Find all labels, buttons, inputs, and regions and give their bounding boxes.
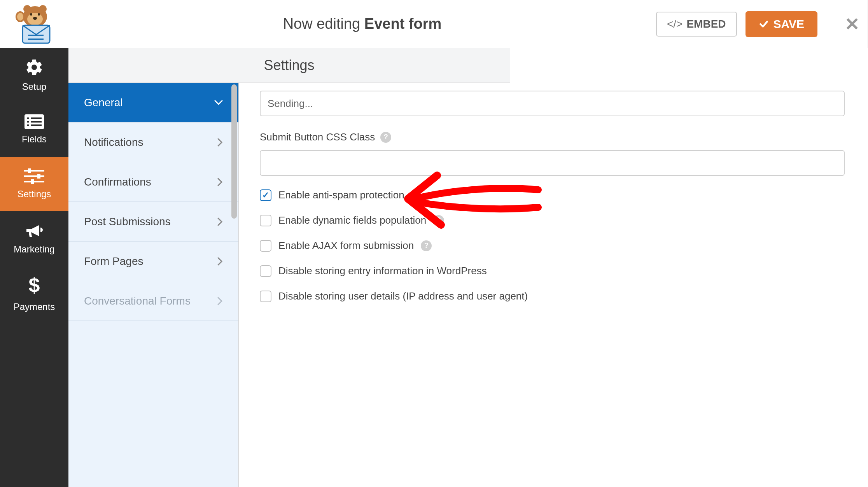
sub-nav-notifications[interactable]: Notifications (68, 123, 238, 162)
nav-marketing[interactable]: Marketing (0, 211, 68, 266)
dollar-icon: $ (29, 273, 40, 297)
sub-nav-label: Form Pages (84, 255, 144, 268)
checkbox-ajax[interactable] (260, 240, 271, 252)
svg-rect-21 (24, 175, 44, 177)
close-button[interactable]: ✕ (829, 14, 868, 35)
sliders-icon (24, 168, 44, 184)
svg-rect-13 (27, 117, 29, 119)
svg-point-1 (23, 5, 31, 13)
header: Now editing Event form </> EMBED SAVE ✕ (0, 0, 868, 48)
header-prefix: Now editing (283, 16, 364, 32)
sub-nav-conversational-forms[interactable]: Conversational Forms (68, 281, 238, 321)
sub-nav-label: Notifications (84, 136, 144, 149)
settings-panel: Submit Button CSS Class ? Enable anti-sp… (239, 48, 868, 487)
body: Setup Fields Settings Marketing $ Paymen… (0, 48, 868, 487)
checkbox-label: Disable storing entry information in Wor… (278, 265, 487, 277)
svg-rect-15 (27, 121, 29, 123)
sub-nav-form-pages[interactable]: Form Pages (68, 242, 238, 281)
close-icon: ✕ (845, 14, 860, 34)
checkbox-disable-entry[interactable] (260, 265, 271, 277)
checkbox-label: Enable AJAX form submission (278, 240, 414, 252)
svg-point-5 (38, 13, 40, 16)
checkbox-dynamic-fields[interactable] (260, 215, 271, 226)
checkbox-anti-spam[interactable] (260, 189, 271, 201)
checkbox-disable-user[interactable] (260, 291, 271, 302)
nav-payments[interactable]: $ Payments (0, 266, 68, 320)
checkbox-disable-user-row: Disable storing user details (IP address… (260, 290, 845, 302)
chevron-right-icon (217, 257, 223, 266)
help-icon[interactable]: ? (380, 132, 391, 143)
css-class-input[interactable] (260, 150, 845, 176)
gear-icon (25, 58, 44, 77)
header-title: Now editing Event form (68, 16, 656, 32)
sub-nav-list: General Notifications Confirmations Post… (68, 83, 238, 487)
chevron-right-icon (217, 178, 223, 186)
app-logo (0, 0, 68, 48)
sub-nav-label: Post Submissions (84, 215, 171, 228)
svg-rect-18 (31, 124, 42, 126)
svg-rect-16 (31, 121, 42, 123)
nav-label: Setup (22, 81, 47, 92)
svg-point-8 (17, 13, 23, 21)
chevron-down-icon (214, 100, 223, 105)
chevron-right-icon (217, 217, 223, 226)
left-nav: Setup Fields Settings Marketing $ Paymen… (0, 48, 68, 487)
svg-point-6 (33, 17, 37, 20)
sub-nav-post-submissions[interactable]: Post Submissions (68, 202, 238, 242)
bullhorn-icon (25, 222, 44, 239)
checkbox-disable-entry-row: Disable storing entry information in Wor… (260, 265, 845, 277)
nav-label: Fields (22, 134, 47, 145)
settings-sub-nav: General Notifications Confirmations Post… (68, 48, 239, 487)
header-form-name: Event form (364, 16, 441, 32)
checkbox-anti-spam-row: Enable anti-spam protection (260, 189, 845, 201)
checkbox-ajax-row: Enable AJAX form submission ? (260, 240, 845, 252)
header-actions: </> EMBED SAVE (656, 11, 829, 37)
checkbox-label: Disable storing user details (IP address… (278, 290, 528, 302)
nav-fields[interactable]: Fields (0, 102, 68, 157)
svg-rect-20 (28, 168, 31, 173)
sub-nav-label: Conversational Forms (84, 295, 191, 307)
nav-label: Settings (18, 189, 51, 200)
checkbox-dynamic-fields-row: Enable dynamic fields population ? (260, 214, 845, 226)
svg-rect-17 (27, 124, 29, 126)
embed-label: EMBED (686, 18, 726, 30)
check-icon (759, 19, 769, 29)
sub-nav-label: General (84, 96, 123, 109)
help-icon[interactable]: ? (421, 240, 432, 251)
nav-settings[interactable]: Settings (0, 157, 68, 211)
css-class-label: Submit Button CSS Class (260, 131, 375, 143)
save-label: SAVE (774, 18, 804, 31)
nav-label: Marketing (14, 244, 54, 255)
sub-nav-confirmations[interactable]: Confirmations (68, 162, 238, 202)
svg-rect-24 (31, 179, 34, 184)
scrollbar-thumb[interactable] (231, 84, 237, 219)
svg-rect-14 (31, 117, 42, 119)
submit-button-processing-text-input[interactable] (260, 91, 845, 116)
embed-button[interactable]: </> EMBED (656, 12, 737, 37)
list-icon (24, 114, 44, 129)
nav-setup[interactable]: Setup (0, 48, 68, 102)
checkbox-label: Enable anti-spam protection (278, 189, 404, 201)
checkbox-label: Enable dynamic fields population (278, 214, 426, 226)
help-icon[interactable]: ? (433, 215, 444, 226)
svg-point-4 (30, 13, 32, 16)
chevron-right-icon (217, 297, 223, 305)
panel-title: Settings (68, 48, 510, 83)
css-class-label-row: Submit Button CSS Class ? (260, 131, 845, 143)
nav-label: Payments (14, 301, 55, 312)
svg-point-2 (39, 5, 47, 13)
code-icon: </> (667, 18, 682, 30)
svg-rect-19 (24, 170, 44, 172)
sub-nav-general[interactable]: General (68, 83, 238, 123)
save-button[interactable]: SAVE (746, 11, 817, 37)
sub-nav-label: Confirmations (84, 176, 151, 188)
svg-rect-22 (37, 174, 40, 179)
chevron-right-icon (217, 138, 223, 147)
